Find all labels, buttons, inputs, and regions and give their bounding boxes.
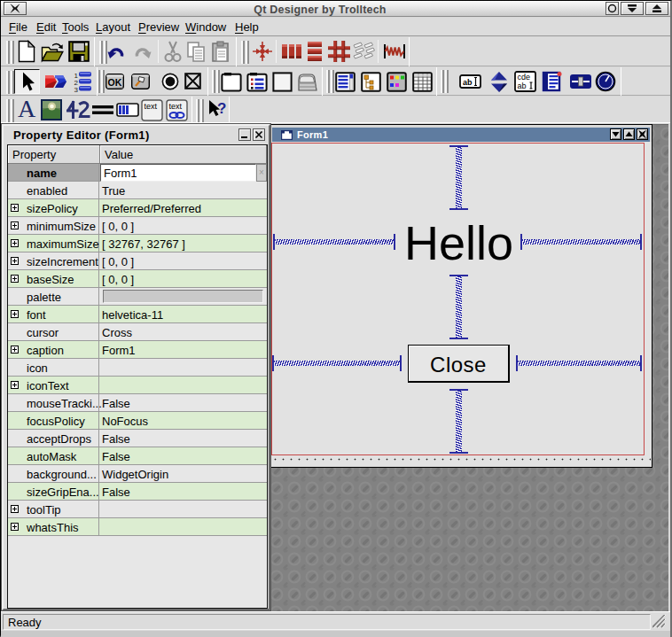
svg-text:?: ? (217, 100, 226, 117)
svg-text:3: 3 (74, 86, 79, 93)
svg-text:cde: cde (518, 73, 531, 82)
svg-text:A: A (18, 98, 36, 120)
svg-text:OK: OK (108, 77, 122, 88)
svg-text:text: text (169, 102, 183, 111)
svg-text:ab: ab (518, 82, 527, 90)
svg-text:ab: ab (463, 78, 473, 87)
svg-text:text: text (145, 102, 158, 111)
